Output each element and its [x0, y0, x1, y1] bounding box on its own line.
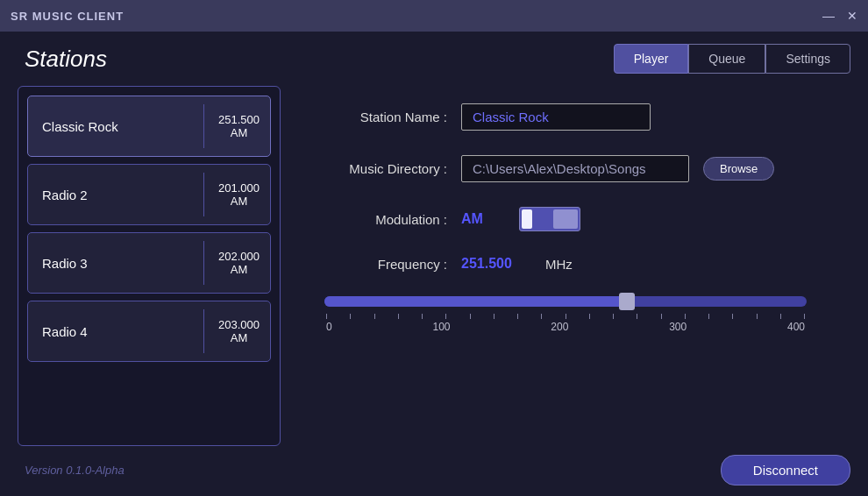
version-label: Version 0.1.0-Alpha	[25, 464, 125, 477]
tab-bar: Player Queue Settings	[614, 44, 850, 74]
stations-panel: Classic Rock 251.500 AM Radio 2 201.000 …	[18, 86, 281, 446]
main-container: Stations Player Queue Settings Classic R…	[0, 32, 868, 496]
frequency-row: Frequency : 251.500 MHz	[316, 256, 815, 272]
station-name: Radio 3	[28, 245, 200, 281]
slider-label-200: 200	[551, 321, 568, 333]
slider-track[interactable]	[324, 296, 807, 307]
station-freq: 202.000 AM	[208, 243, 270, 283]
station-freq: 201.000 AM	[208, 174, 270, 215]
station-name: Radio 2	[28, 177, 200, 213]
modulation-label: Modulation :	[316, 212, 447, 227]
station-item[interactable]: Radio 3 202.000 AM	[27, 232, 271, 294]
toggle-thumb	[553, 209, 578, 229]
station-divider	[203, 173, 204, 216]
frequency-value: 251.500	[461, 256, 531, 272]
page-title: Stations	[25, 46, 107, 73]
station-divider	[203, 241, 204, 285]
slider-ticks	[324, 314, 807, 319]
slider-thumb[interactable]	[619, 293, 635, 310]
station-item[interactable]: Radio 4 203.000 AM	[27, 301, 271, 362]
slider-label-100: 100	[432, 321, 450, 333]
window-controls: — ✕	[822, 10, 857, 22]
station-name: Classic Rock	[28, 109, 200, 145]
slider-label-0: 0	[326, 321, 332, 333]
footer: Version 0.1.0-Alpha Disconnect	[0, 446, 868, 496]
tab-settings[interactable]: Settings	[765, 44, 850, 74]
station-freq: 203.000 AM	[208, 311, 270, 351]
slider-labels: 0 100 200 300 400	[324, 321, 807, 333]
station-item[interactable]: Classic Rock 251.500 AM	[27, 96, 271, 157]
music-dir-label: Music Directory :	[316, 161, 447, 176]
slider-label-300: 300	[669, 321, 687, 333]
station-name-input[interactable]	[461, 103, 651, 131]
content-area: Classic Rock 251.500 AM Radio 2 201.000 …	[0, 74, 868, 446]
browse-button[interactable]: Browse	[703, 157, 774, 181]
modulation-toggle[interactable]	[519, 207, 580, 231]
music-dir-row: Music Directory : Browse	[316, 155, 815, 182]
modulation-row: Modulation : AM	[316, 207, 815, 231]
station-item[interactable]: Radio 2 201.000 AM	[27, 164, 271, 225]
slider-fill	[324, 296, 623, 307]
frequency-slider-container: 0 100 200 300 400	[316, 296, 815, 333]
station-divider	[203, 104, 204, 148]
header: Stations Player Queue Settings	[0, 32, 868, 74]
station-name-label: Station Name :	[316, 110, 447, 124]
frequency-label: Frequency :	[316, 257, 447, 272]
slider-label-400: 400	[787, 321, 805, 333]
tab-player[interactable]: Player	[614, 44, 689, 74]
disconnect-button[interactable]: Disconnect	[721, 455, 850, 485]
toggle-left	[522, 209, 532, 229]
app-title: SR MUSIC CLIENT	[11, 10, 124, 23]
station-name-row: Station Name :	[316, 103, 815, 131]
modulation-value: AM	[461, 211, 505, 227]
titlebar: SR MUSIC CLIENT — ✕	[0, 0, 868, 32]
tab-queue[interactable]: Queue	[688, 44, 765, 74]
settings-panel: Station Name : Music Directory : Browse …	[281, 86, 850, 446]
frequency-unit: MHz	[545, 257, 573, 272]
close-button[interactable]: ✕	[847, 10, 857, 22]
minimize-button[interactable]: —	[822, 10, 835, 22]
station-name: Radio 4	[28, 314, 200, 350]
station-freq: 251.500 AM	[208, 106, 270, 146]
station-divider	[203, 309, 204, 353]
music-dir-input[interactable]	[461, 155, 689, 182]
